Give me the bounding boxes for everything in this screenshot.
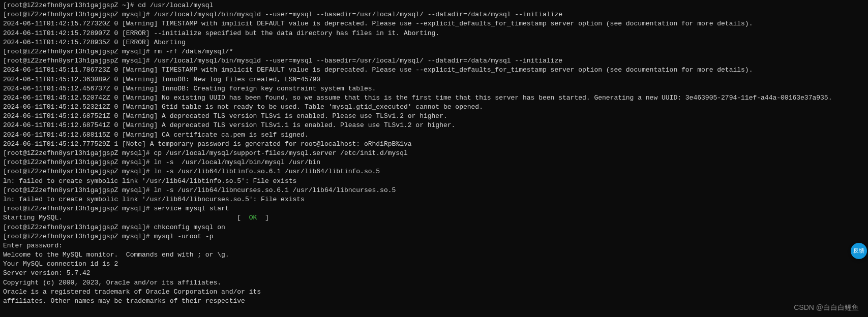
terminal-line: [root@iZ2zefhn8ysrl3h1gajgspZ mysql]# my… xyxy=(3,232,865,241)
terminal-line: affiliates. Other names may be trademark… xyxy=(3,297,865,306)
status-ok: OK xyxy=(249,214,257,221)
terminal-line: [root@iZ2zefhn8ysrl3h1gajgspZ mysql]# ln… xyxy=(3,186,865,195)
terminal-line: Starting MySQL. [ OK ] xyxy=(3,213,865,223)
terminal-line: 2024-06-11T01:42:15.728907Z 0 [ERROR] --… xyxy=(3,29,865,38)
terminal-line: 2024-06-11T01:45:12.523212Z 0 [Warning] … xyxy=(3,103,865,112)
terminal-line: 2024-06-11T01:45:12.777529Z 1 [Note] A t… xyxy=(3,140,865,149)
terminal-line: [root@iZ2zefhn8ysrl3h1gajgspZ mysql]# ln… xyxy=(3,158,865,167)
terminal-line: 2024-06-11T01:45:12.363089Z 0 [Warning] … xyxy=(3,75,865,84)
terminal-line: 2024-06-11T01:42:15.728935Z 0 [ERROR] Ab… xyxy=(3,38,865,47)
terminal-line: [root@iZ2zefhn8ysrl3h1gajgspZ mysql]# se… xyxy=(3,204,865,213)
terminal-line: 2024-06-11T01:45:12.520742Z 0 [Warning] … xyxy=(3,93,865,103)
terminal-line: ln: failed to create symbolic link '/usr… xyxy=(3,195,865,204)
terminal-line: [root@iZ2zefhn8ysrl3h1gajgspZ ~]# cd /us… xyxy=(3,1,865,10)
terminal-line: 2024-06-11T01:45:12.688115Z 0 [Warning] … xyxy=(3,131,865,140)
terminal-line: Enter password: xyxy=(3,241,865,250)
terminal-line: Server version: 5.7.42 xyxy=(3,269,865,278)
terminal-output[interactable]: [root@iZ2zefhn8ysrl3h1gajgspZ ~]# cd /us… xyxy=(3,1,865,306)
terminal-line: 2024-06-11T01:45:12.687521Z 0 [Warning] … xyxy=(3,112,865,121)
watermark: CSDN @白白白鲤鱼 xyxy=(794,303,859,313)
terminal-line: 2024-06-11T01:45:12.687541Z 0 [Warning] … xyxy=(3,121,865,130)
feedback-badge[interactable]: 反馈 xyxy=(851,243,867,259)
terminal-line: [root@iZ2zefhn8ysrl3h1gajgspZ mysql]# rm… xyxy=(3,47,865,56)
terminal-line: Welcome to the MySQL monitor. Commands e… xyxy=(3,250,865,260)
terminal-line: Copyright (c) 2000, 2023, Oracle and/or … xyxy=(3,278,865,288)
terminal-line: ln: failed to create symbolic link '/usr… xyxy=(3,177,865,186)
terminal-line: [root@iZ2zefhn8ysrl3h1gajgspZ mysql]# ch… xyxy=(3,223,865,232)
terminal-line: Oracle is a registered trademark of Orac… xyxy=(3,288,865,297)
terminal-line: Your MySQL connection id is 2 xyxy=(3,260,865,269)
terminal-line: 2024-06-11T01:45:11.786723Z 0 [Warning] … xyxy=(3,66,865,75)
terminal-line: 2024-06-11T01:42:15.727320Z 0 [Warning] … xyxy=(3,19,865,28)
terminal-line: [root@iZ2zefhn8ysrl3h1gajgspZ mysql]# ln… xyxy=(3,167,865,176)
terminal-line: [root@iZ2zefhn8ysrl3h1gajgspZ mysql]# /u… xyxy=(3,10,865,19)
terminal-line: [root@iZ2zefhn8ysrl3h1gajgspZ mysql]# cp… xyxy=(3,149,865,158)
terminal-line: 2024-06-11T01:45:12.456737Z 0 [Warning] … xyxy=(3,84,865,93)
terminal-line: [root@iZ2zefhn8ysrl3h1gajgspZ mysql]# /u… xyxy=(3,56,865,66)
